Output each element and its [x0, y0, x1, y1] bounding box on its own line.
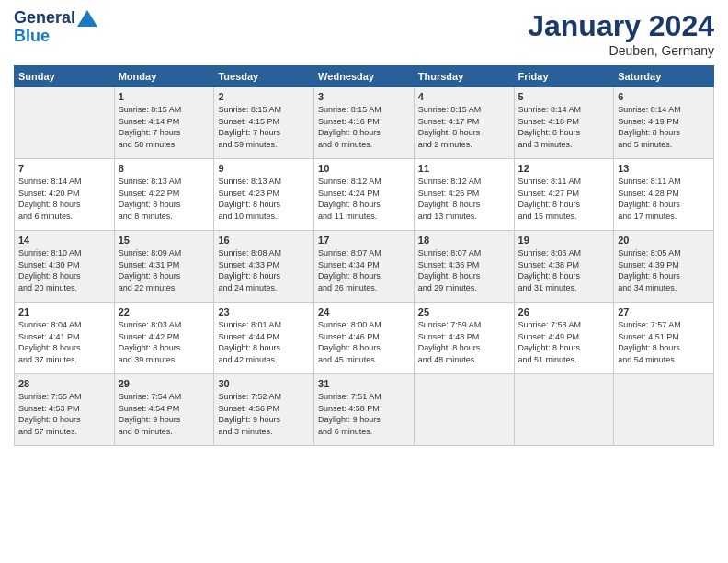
day-number: 23 — [218, 306, 310, 317]
day-info: Sunrise: 8:11 AMSunset: 4:28 PMDaylight:… — [618, 176, 710, 222]
day-info-line: Daylight: 8 hours — [518, 127, 610, 139]
calendar-cell: 16Sunrise: 8:08 AMSunset: 4:33 PMDayligh… — [214, 231, 314, 303]
day-info: Sunrise: 8:15 AMSunset: 4:14 PMDaylight:… — [119, 104, 210, 150]
day-number: 1 — [119, 91, 210, 102]
logo-icon — [77, 10, 97, 27]
day-info-line: Sunset: 4:56 PM — [218, 403, 310, 415]
day-info-line: and 20 minutes. — [18, 282, 110, 294]
day-info-line: and 11 minutes. — [318, 211, 410, 223]
day-info-line: Sunset: 4:46 PM — [318, 331, 410, 343]
day-info-line: Sunset: 4:36 PM — [418, 259, 510, 271]
day-info-line: Daylight: 8 hours — [318, 270, 410, 282]
day-info-line: Sunset: 4:51 PM — [618, 331, 710, 343]
day-info-line: Sunset: 4:49 PM — [518, 331, 610, 343]
day-info-line: Sunrise: 8:14 AM — [18, 176, 110, 188]
calendar-cell — [614, 374, 714, 446]
day-info: Sunrise: 8:08 AMSunset: 4:33 PMDaylight:… — [218, 247, 310, 293]
day-info-line: Daylight: 8 hours — [218, 270, 310, 282]
day-info-line: Sunrise: 8:11 AM — [618, 176, 710, 188]
day-info-line: Daylight: 8 hours — [518, 199, 610, 211]
day-info-line: Sunset: 4:18 PM — [518, 116, 610, 128]
header: General Blue January 2024 Deuben, German… — [14, 9, 714, 58]
day-info-line: Sunset: 4:38 PM — [518, 259, 610, 271]
day-number: 15 — [119, 235, 210, 246]
calendar-cell: 7Sunrise: 8:14 AMSunset: 4:20 PMDaylight… — [15, 159, 115, 231]
day-info-line: Sunset: 4:42 PM — [119, 331, 210, 343]
day-number: 27 — [618, 306, 710, 317]
day-info-line: and 31 minutes. — [518, 282, 610, 294]
day-info-line: Sunrise: 8:00 AM — [318, 319, 410, 331]
calendar-week-3: 14Sunrise: 8:10 AMSunset: 4:30 PMDayligh… — [15, 231, 714, 303]
calendar-cell: 15Sunrise: 8:09 AMSunset: 4:31 PMDayligh… — [114, 231, 214, 303]
calendar-cell: 4Sunrise: 8:15 AMSunset: 4:17 PMDaylight… — [414, 87, 514, 159]
day-info-line: and 59 minutes. — [218, 139, 310, 151]
day-info-line: Daylight: 8 hours — [119, 199, 210, 211]
day-info-line: Sunrise: 7:52 AM — [218, 391, 310, 403]
day-info-line: Sunrise: 8:12 AM — [318, 176, 410, 188]
day-number: 7 — [18, 163, 110, 174]
day-info-line: Sunset: 4:17 PM — [418, 116, 510, 128]
day-number: 26 — [518, 306, 610, 317]
day-info: Sunrise: 7:58 AMSunset: 4:49 PMDaylight:… — [518, 319, 610, 365]
day-info-line: Sunrise: 7:57 AM — [618, 319, 710, 331]
calendar-cell: 1Sunrise: 8:15 AMSunset: 4:14 PMDaylight… — [114, 87, 214, 159]
day-info-line: and 57 minutes. — [18, 426, 110, 438]
day-number: 31 — [318, 378, 410, 389]
day-info-line: Daylight: 7 hours — [119, 127, 210, 139]
day-info-line: Daylight: 8 hours — [18, 199, 110, 211]
calendar-week-4: 21Sunrise: 8:04 AMSunset: 4:41 PMDayligh… — [15, 303, 714, 374]
day-info-line: Sunrise: 8:12 AM — [418, 176, 510, 188]
day-info: Sunrise: 7:55 AMSunset: 4:53 PMDaylight:… — [18, 391, 110, 437]
day-info-line: Sunset: 4:58 PM — [318, 403, 410, 415]
day-info-line: Sunset: 4:24 PM — [318, 188, 410, 200]
title-block: January 2024 Deuben, Germany — [528, 9, 714, 58]
day-info-line: Sunset: 4:28 PM — [618, 188, 710, 200]
day-info-line: Sunrise: 8:05 AM — [618, 247, 710, 259]
day-info-line: Daylight: 8 hours — [218, 199, 310, 211]
day-info-line: Sunrise: 7:59 AM — [418, 319, 510, 331]
day-info: Sunrise: 8:07 AMSunset: 4:34 PMDaylight:… — [318, 247, 410, 293]
day-info-line: and 24 minutes. — [218, 282, 310, 294]
weekday-header-saturday: Saturday — [614, 66, 714, 87]
day-number: 5 — [518, 91, 610, 102]
calendar-cell: 10Sunrise: 8:12 AMSunset: 4:24 PMDayligh… — [314, 159, 415, 231]
day-info-line: Sunrise: 8:11 AM — [518, 176, 610, 188]
calendar-cell: 12Sunrise: 8:11 AMSunset: 4:27 PMDayligh… — [514, 159, 614, 231]
day-info-line: Sunrise: 8:10 AM — [18, 247, 110, 259]
day-info-line: and 3 minutes. — [518, 139, 610, 151]
day-info-line: and 0 minutes. — [318, 139, 410, 151]
calendar-cell: 31Sunrise: 7:51 AMSunset: 4:58 PMDayligh… — [314, 374, 415, 446]
day-info-line: Daylight: 8 hours — [18, 342, 110, 354]
calendar-cell: 26Sunrise: 7:58 AMSunset: 4:49 PMDayligh… — [514, 303, 614, 374]
day-info-line: Daylight: 8 hours — [518, 342, 610, 354]
weekday-header-sunday: Sunday — [15, 66, 115, 87]
day-info: Sunrise: 7:59 AMSunset: 4:48 PMDaylight:… — [418, 319, 510, 365]
day-info: Sunrise: 8:01 AMSunset: 4:44 PMDaylight:… — [218, 319, 310, 365]
day-info: Sunrise: 7:57 AMSunset: 4:51 PMDaylight:… — [618, 319, 710, 365]
day-info-line: Sunset: 4:26 PM — [418, 188, 510, 200]
day-info-line: Daylight: 8 hours — [318, 127, 410, 139]
day-info-line: Sunset: 4:20 PM — [18, 188, 110, 200]
day-info-line: and 34 minutes. — [618, 282, 710, 294]
day-info-line: Daylight: 8 hours — [119, 342, 210, 354]
day-info-line: Sunrise: 8:06 AM — [518, 247, 610, 259]
day-info-line: Daylight: 8 hours — [618, 342, 710, 354]
day-info-line: and 26 minutes. — [318, 282, 410, 294]
day-info-line: Sunset: 4:33 PM — [218, 259, 310, 271]
day-info-line: Daylight: 8 hours — [318, 199, 410, 211]
day-info-line: and 5 minutes. — [618, 139, 710, 151]
day-info-line: Daylight: 8 hours — [418, 199, 510, 211]
day-info-line: Sunset: 4:41 PM — [18, 331, 110, 343]
day-number: 3 — [318, 91, 410, 102]
day-info-line: Sunrise: 8:07 AM — [418, 247, 510, 259]
calendar-cell: 27Sunrise: 7:57 AMSunset: 4:51 PMDayligh… — [614, 303, 714, 374]
day-info-line: Sunset: 4:34 PM — [318, 259, 410, 271]
calendar-cell — [15, 87, 115, 159]
calendar-cell: 30Sunrise: 7:52 AMSunset: 4:56 PMDayligh… — [214, 374, 314, 446]
day-info: Sunrise: 7:54 AMSunset: 4:54 PMDaylight:… — [119, 391, 210, 437]
day-info-line: Sunrise: 8:08 AM — [218, 247, 310, 259]
day-info-line: and 6 minutes. — [18, 211, 110, 223]
day-info-line: Sunset: 4:39 PM — [618, 259, 710, 271]
day-info-line: Sunrise: 8:04 AM — [18, 319, 110, 331]
day-info: Sunrise: 8:13 AMSunset: 4:22 PMDaylight:… — [119, 176, 210, 222]
